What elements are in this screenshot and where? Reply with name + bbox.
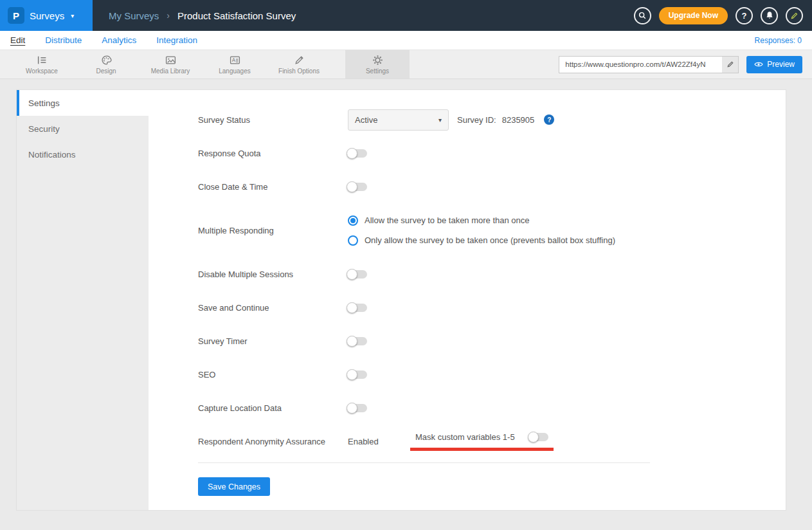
disable-multiple-sessions-toggle[interactable] <box>348 270 367 279</box>
preview-button[interactable]: Preview <box>746 56 802 73</box>
survey-status-select[interactable]: Active ▾ <box>348 109 449 131</box>
multiple-responding-label: Multiple Responding <box>198 226 348 235</box>
breadcrumb-current-survey: Product Satisfaction Survey <box>177 10 296 21</box>
responses-count[interactable]: Responses: 0 <box>755 36 802 45</box>
sidebar-item-security[interactable]: Security <box>17 116 149 142</box>
mask-custom-variables-toggle[interactable] <box>529 433 548 441</box>
response-quota-row: Response Quota <box>198 136 786 170</box>
profile-button[interactable] <box>786 7 803 24</box>
product-name: Surveys <box>30 10 64 21</box>
gear-icon <box>372 55 383 66</box>
survey-url-input[interactable] <box>559 56 739 73</box>
survey-status-label: Survey Status <box>198 115 348 125</box>
upgrade-now-button[interactable]: Upgrade Now <box>659 7 728 24</box>
radio-unselected-icon <box>348 235 358 246</box>
tab-integration[interactable]: Integration <box>156 35 197 45</box>
search-button[interactable] <box>634 7 651 24</box>
radio-option-once-only[interactable]: Only allow the survey to be taken once (… <box>348 235 615 246</box>
settings-card: Settings Security Notifications Survey S… <box>16 89 786 511</box>
sidebar-item-settings[interactable]: Settings <box>17 90 149 116</box>
save-and-continue-toggle[interactable] <box>348 304 367 312</box>
close-date-time-row: Close Date & Time <box>198 170 786 203</box>
survey-timer-toggle[interactable] <box>348 337 367 345</box>
tab-edit[interactable]: Edit <box>10 35 25 45</box>
toolbar-item-workspace[interactable]: Workspace <box>10 50 74 78</box>
toolbar-item-finish-options[interactable]: Finish Options <box>267 50 331 78</box>
edit-url-pencil-icon[interactable] <box>722 57 738 73</box>
tab-analytics[interactable]: Analytics <box>102 35 136 45</box>
survey-nav-bar: Edit Distribute Analytics Integration Re… <box>0 31 812 50</box>
survey-status-value: Active <box>355 115 377 125</box>
top-header: P Surveys ▾ My Surveys › Product Satisfa… <box>0 0 812 31</box>
toolbar-item-settings[interactable]: Settings <box>345 50 410 78</box>
seo-row: SEO <box>198 358 786 391</box>
breadcrumb-my-surveys[interactable]: My Surveys <box>109 10 159 21</box>
chevron-down-icon: ▾ <box>71 12 74 19</box>
notifications-button[interactable] <box>761 7 778 24</box>
bell-icon <box>765 11 774 20</box>
respondent-anonymity-row: Respondent Anonymity Assurance Enabled M… <box>198 425 786 458</box>
toolbar-item-design[interactable]: Design <box>74 50 138 78</box>
svg-text:A: A <box>231 57 235 63</box>
profile-pencil-icon <box>790 12 798 20</box>
mask-custom-variables-group: Mask custom variables 1-5 <box>410 432 554 451</box>
page-body: Settings Security Notifications Survey S… <box>0 79 812 530</box>
questionpro-logo: P <box>8 7 24 24</box>
toolbar-item-languages[interactable]: A Languages <box>203 50 267 78</box>
survey-id-help-icon[interactable]: ? <box>544 114 554 125</box>
anonymity-status: Enabled <box>348 437 415 446</box>
capture-location-data-toggle[interactable] <box>348 404 367 412</box>
close-date-time-toggle[interactable] <box>348 183 367 191</box>
help-icon: ? <box>742 11 747 21</box>
radio-selected-icon <box>348 215 358 226</box>
eye-icon <box>754 61 763 68</box>
edit-toolbar: Workspace Design Media Library A Languag… <box>0 50 812 79</box>
survey-id-label: Survey ID: <box>457 115 496 125</box>
multiple-responding-row: Multiple Responding Allow the survey to … <box>198 203 786 257</box>
tab-distribute[interactable]: Distribute <box>45 35 82 45</box>
search-icon <box>638 11 647 20</box>
form-divider <box>198 462 650 463</box>
sidebar-item-notifications[interactable]: Notifications <box>17 142 149 167</box>
breadcrumb: My Surveys › Product Satisfaction Survey <box>109 10 296 21</box>
survey-id-value: 8235905 <box>502 115 535 125</box>
mask-custom-variables-label: Mask custom variables 1-5 <box>415 432 515 442</box>
palette-icon <box>101 55 112 66</box>
radio-option-multiple-allowed[interactable]: Allow the survey to be taken more than o… <box>348 215 615 226</box>
survey-status-row: Survey Status Active ▾ Survey ID: 823590… <box>198 103 786 136</box>
respondent-anonymity-label: Respondent Anonymity Assurance <box>198 437 348 446</box>
settings-sidebar: Settings Security Notifications <box>17 90 149 510</box>
breadcrumb-separator: › <box>167 10 170 21</box>
save-and-continue-row: Save and Continue <box>198 291 786 324</box>
capture-location-data-row: Capture Location Data <box>198 391 786 425</box>
image-icon <box>165 55 176 66</box>
settings-form: Survey Status Active ▾ Survey ID: 823590… <box>149 90 786 510</box>
save-changes-button[interactable]: Save Changes <box>198 477 270 496</box>
survey-timer-row: Survey Timer <box>198 324 786 358</box>
surveys-product-menu[interactable]: P Surveys ▾ <box>0 0 93 31</box>
translate-icon: A <box>230 55 240 66</box>
disable-multiple-sessions-row: Disable Multiple Sessions <box>198 257 786 291</box>
response-quota-toggle[interactable] <box>348 149 367 158</box>
toolbar-item-media-library[interactable]: Media Library <box>138 50 203 78</box>
chevron-down-icon: ▾ <box>438 116 442 123</box>
help-button[interactable]: ? <box>735 7 753 24</box>
workspace-icon <box>37 55 48 66</box>
seo-toggle[interactable] <box>348 370 367 379</box>
brush-icon <box>294 55 305 66</box>
